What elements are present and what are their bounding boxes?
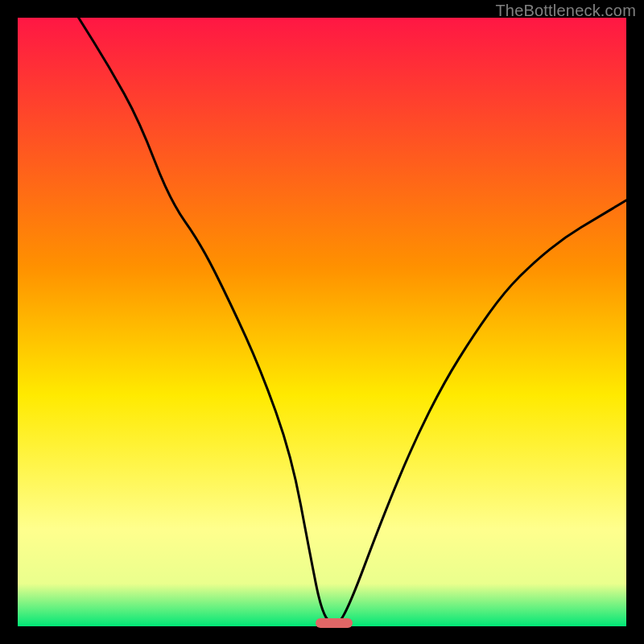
plot-area bbox=[18, 18, 626, 626]
optimal-marker bbox=[316, 618, 352, 628]
background-gradient bbox=[18, 18, 626, 626]
attribution-label: TheBottleneck.com bbox=[495, 2, 636, 20]
svg-rect-0 bbox=[18, 18, 626, 626]
chart-frame: TheBottleneck.com bbox=[0, 0, 644, 644]
